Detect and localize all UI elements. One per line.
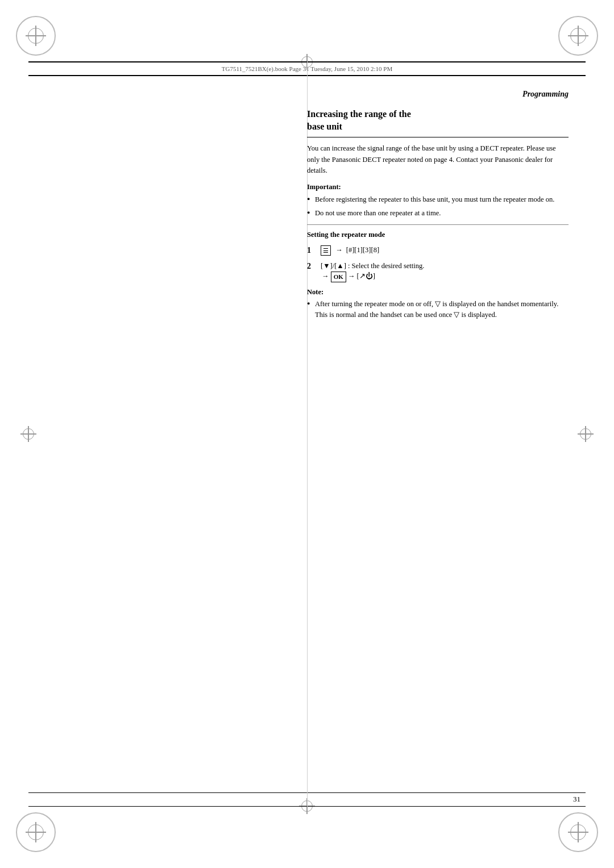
reg-target-left: [23, 428, 34, 440]
step-1-content: ☰ → [#][1][3][8]: [321, 245, 379, 256]
subsection-title: Setting the repeater mode: [307, 231, 569, 239]
note-item-1: ● After turning the repeater mode on or …: [307, 299, 569, 321]
right-column: Programming Increasing the range of the …: [307, 84, 569, 784]
bullet-list: ● Before registering the repeater to thi…: [307, 194, 569, 219]
step-1-number: 1: [307, 245, 317, 256]
page-number: 31: [573, 795, 580, 804]
note-list: ● After turning the repeater mode on or …: [307, 299, 569, 321]
note-label: Note:: [307, 288, 569, 297]
step-1: 1 ☰ → [#][1][3][8]: [307, 245, 569, 256]
intro-paragraph: You can increase the signal range of the…: [307, 143, 569, 176]
reg-target-br: [570, 824, 586, 840]
section-title: Increasing the range of the base unit: [307, 108, 569, 137]
reg-target-tl: [28, 28, 44, 44]
step-2-number: 2: [307, 261, 317, 272]
step-2-content: [▼]/[▲] : Select the desired setting. → …: [321, 261, 424, 282]
step-2: 2 [▼]/[▲] : Select the desired setting. …: [307, 261, 569, 282]
programming-header: Programming: [307, 90, 569, 99]
menu-icon: ☰: [321, 245, 331, 256]
important-label: Important:: [307, 183, 569, 191]
ok-box: OK: [331, 272, 346, 282]
page: TG7511_7521BX(e).book Page 31 Tuesday, J…: [0, 0, 614, 868]
bullet-item-1: ● Before registering the repeater to thi…: [307, 194, 569, 205]
reg-target-bl: [28, 824, 44, 840]
reg-target-tr: [570, 28, 586, 44]
section-divider: [307, 224, 569, 225]
bullet-item-2: ● Do not use more than one repeater at a…: [307, 208, 569, 219]
reg-target-right: [580, 428, 591, 440]
